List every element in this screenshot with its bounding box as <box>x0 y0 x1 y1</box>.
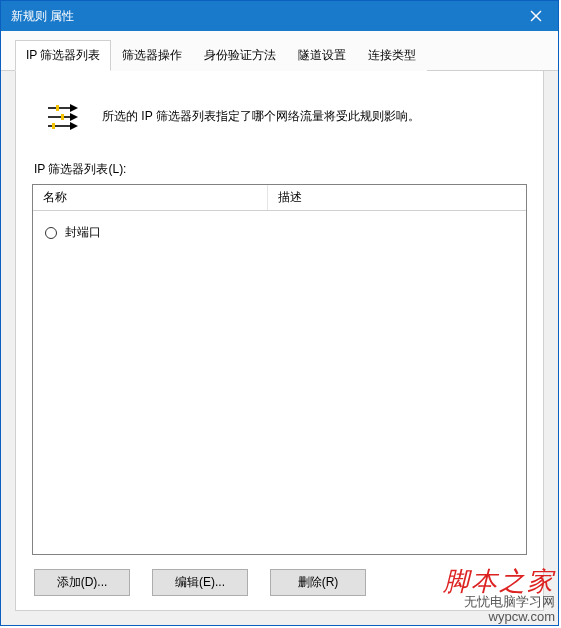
window-title: 新规则 属性 <box>11 8 74 25</box>
svg-marker-9 <box>70 122 78 130</box>
delete-button[interactable]: 删除(R) <box>270 569 366 596</box>
svg-marker-3 <box>70 104 78 112</box>
button-row: 添加(D)... 编辑(E)... 删除(R) <box>32 555 527 596</box>
add-button[interactable]: 添加(D)... <box>34 569 130 596</box>
column-label: 名称 <box>43 189 67 206</box>
tab-auth-method[interactable]: 身份验证方法 <box>193 40 287 71</box>
tab-label: 隧道设置 <box>298 48 346 62</box>
title-bar: 新规则 属性 <box>1 1 558 31</box>
svg-marker-6 <box>70 113 78 121</box>
column-label: 描述 <box>278 189 302 206</box>
tab-connection-type[interactable]: 连接类型 <box>357 40 427 71</box>
tab-label: 身份验证方法 <box>204 48 276 62</box>
close-icon <box>530 8 542 25</box>
button-label: 编辑(E)... <box>175 574 225 591</box>
tab-filter-action[interactable]: 筛选器操作 <box>111 40 193 71</box>
tab-panel: 所选的 IP 筛选器列表指定了哪个网络流量将受此规则影响。 IP 筛选器列表(L… <box>15 70 544 611</box>
svg-rect-10 <box>52 123 55 129</box>
tab-ip-filter-list[interactable]: IP 筛选器列表 <box>15 40 111 71</box>
tab-tunnel-settings[interactable]: 隧道设置 <box>287 40 357 71</box>
edit-button[interactable]: 编辑(E)... <box>152 569 248 596</box>
list-item[interactable]: 封端口 <box>33 221 526 244</box>
info-row: 所选的 IP 筛选器列表指定了哪个网络流量将受此规则影响。 <box>32 91 527 159</box>
list-body: 封端口 <box>33 211 526 554</box>
tab-label: 筛选器操作 <box>122 48 182 62</box>
column-header-desc[interactable]: 描述 <box>268 185 526 210</box>
column-header-name[interactable]: 名称 <box>33 185 268 210</box>
list-header: 名称 描述 <box>33 185 526 211</box>
list-item-name: 封端口 <box>65 224 101 241</box>
tab-strip: IP 筛选器列表 筛选器操作 身份验证方法 隧道设置 连接类型 <box>1 31 558 71</box>
ip-filter-listbox[interactable]: 名称 描述 封端口 <box>32 184 527 555</box>
filter-arrows-icon <box>46 101 80 131</box>
close-button[interactable] <box>513 1 558 31</box>
svg-rect-7 <box>61 114 64 120</box>
dialog-window: 新规则 属性 IP 筛选器列表 筛选器操作 身份验证方法 隧道设置 连接类型 <box>0 0 559 626</box>
button-label: 添加(D)... <box>57 574 108 591</box>
info-text: 所选的 IP 筛选器列表指定了哪个网络流量将受此规则影响。 <box>102 108 420 125</box>
button-label: 删除(R) <box>298 574 339 591</box>
radio-icon[interactable] <box>45 227 57 239</box>
svg-rect-4 <box>56 105 59 111</box>
tab-label: 连接类型 <box>368 48 416 62</box>
list-label: IP 筛选器列表(L): <box>34 161 527 178</box>
tab-label: IP 筛选器列表 <box>26 48 100 62</box>
